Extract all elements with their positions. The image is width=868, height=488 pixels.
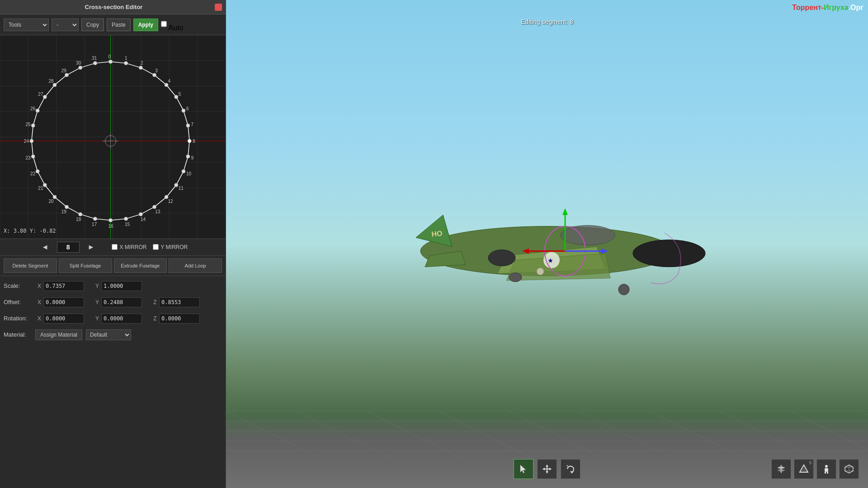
3d-viewport[interactable]: Editing segment: 8 bbox=[226, 0, 868, 488]
svg-rect-53 bbox=[825, 468, 828, 472]
svg-marker-19 bbox=[497, 247, 606, 274]
svg-point-22 bbox=[488, 250, 515, 266]
svg-text:HO: HO bbox=[431, 230, 443, 238]
coordinate-display: X: 3.80 Y: -0.82 bbox=[4, 228, 56, 234]
svg-marker-43 bbox=[570, 471, 574, 474]
extrude-fuselage-button[interactable]: Extrude Fuselage bbox=[114, 258, 167, 273]
rotation-z-input[interactable] bbox=[159, 314, 200, 324]
paste-button[interactable]: Paste bbox=[107, 19, 131, 31]
svg-marker-46 bbox=[777, 466, 781, 469]
cross-section-canvas[interactable]: X: 3.80 Y: -0.82 bbox=[0, 35, 226, 239]
rotation-x-axis: X bbox=[35, 315, 43, 322]
material-label: Material: bbox=[4, 331, 35, 338]
segment-number-input[interactable] bbox=[57, 242, 80, 253]
svg-marker-32 bbox=[601, 249, 608, 254]
apply-button[interactable]: Apply bbox=[133, 19, 158, 31]
svg-point-17 bbox=[633, 240, 705, 267]
svg-point-23 bbox=[543, 252, 560, 268]
offset-y-axis: Y bbox=[93, 299, 101, 305]
tools-dropdown[interactable]: Tools bbox=[4, 19, 49, 31]
svg-marker-49 bbox=[782, 469, 785, 472]
svg-line-11 bbox=[650, 411, 749, 461]
segment-next-button[interactable]: ► bbox=[84, 243, 99, 251]
auto-label: Auto bbox=[161, 18, 183, 32]
material-row: Material: Assign Material Default bbox=[4, 329, 222, 340]
scale-x-axis: X bbox=[35, 283, 43, 289]
window-title: Cross-section Editor bbox=[13, 4, 215, 10]
offset-y-input[interactable] bbox=[101, 297, 142, 307]
rotation-z-axis: Z bbox=[151, 315, 159, 322]
svg-marker-21 bbox=[425, 251, 466, 267]
svg-marker-36 bbox=[520, 465, 526, 473]
offset-z-axis: Z bbox=[151, 299, 159, 305]
rotation-y-input[interactable] bbox=[101, 314, 142, 324]
y-mirror-checkbox[interactable] bbox=[153, 244, 159, 250]
svg-marker-48 bbox=[777, 469, 781, 472]
svg-marker-41 bbox=[542, 468, 545, 470]
symmetry-view-button[interactable] bbox=[771, 459, 791, 479]
assign-material-button[interactable]: Assign Material bbox=[35, 329, 82, 340]
svg-line-7 bbox=[367, 411, 467, 461]
dash-dropdown[interactable]: - bbox=[52, 19, 79, 31]
svg-point-33 bbox=[509, 273, 522, 282]
cursor-icon bbox=[519, 464, 528, 474]
auto-checkbox[interactable] bbox=[161, 18, 167, 30]
x-mirror-text: X MIRROR bbox=[119, 244, 146, 250]
svg-marker-42 bbox=[549, 468, 552, 470]
x-mirror-checkbox[interactable] bbox=[112, 244, 118, 250]
angle-badge: 5 bbox=[809, 460, 811, 465]
scale-y-axis: Y bbox=[93, 283, 101, 289]
move-tool-button[interactable] bbox=[537, 459, 557, 479]
segment-prev-button[interactable]: ◄ bbox=[38, 243, 52, 251]
offset-z-input[interactable] bbox=[159, 297, 200, 307]
watermark-text-1: Торрент- bbox=[792, 4, 824, 11]
svg-rect-55 bbox=[827, 472, 828, 474]
svg-line-14 bbox=[862, 411, 868, 450]
watermark-text-3: .Орг bbox=[849, 4, 863, 11]
left-panel: Cross-section Editor Tools - Copy Paste … bbox=[0, 0, 226, 488]
delete-segment-button[interactable]: Delete Segment bbox=[4, 258, 57, 273]
svg-point-16 bbox=[561, 225, 615, 245]
action-buttons: Delete Segment Split Fuselage Extrude Fu… bbox=[0, 255, 226, 276]
crosshair-move-icon bbox=[542, 464, 552, 474]
split-fuselage-button[interactable]: Split Fuselage bbox=[59, 258, 112, 273]
copy-button[interactable]: Copy bbox=[81, 19, 104, 31]
material-dropdown[interactable]: Default bbox=[86, 329, 131, 340]
close-button[interactable] bbox=[215, 4, 222, 11]
y-mirror-label: Y MIRROR bbox=[153, 244, 188, 250]
scale-label: Scale: bbox=[4, 282, 35, 289]
rotate-tool-button[interactable] bbox=[561, 459, 580, 479]
scale-y-input[interactable] bbox=[101, 281, 142, 291]
cube-view-button[interactable] bbox=[839, 459, 859, 479]
svg-marker-47 bbox=[782, 466, 785, 469]
svg-line-6 bbox=[297, 411, 396, 461]
offset-x-axis: X bbox=[35, 299, 43, 305]
add-loop-button[interactable]: Add Loop bbox=[169, 258, 222, 273]
rotation-row: Rotation: X Y Z bbox=[4, 313, 222, 324]
rotation-y-axis: Y bbox=[93, 315, 101, 322]
y-mirror-text: Y MIRROR bbox=[160, 244, 188, 250]
person-view-button[interactable] bbox=[816, 459, 836, 479]
svg-text:★: ★ bbox=[548, 258, 553, 264]
offset-row: Offset: X Y Z bbox=[4, 297, 222, 308]
offset-x-input[interactable] bbox=[43, 297, 84, 307]
svg-point-52 bbox=[825, 465, 828, 468]
watermark-text-2: Игруха bbox=[824, 4, 849, 11]
svg-point-15 bbox=[420, 226, 674, 276]
svg-marker-28 bbox=[562, 208, 568, 215]
bottom-toolbar bbox=[514, 459, 580, 479]
properties-panel: Scale: X Y Offset: X Y Z Rotation: X Y bbox=[0, 276, 226, 488]
svg-point-34 bbox=[618, 284, 629, 295]
toolbar: Tools - Copy Paste Apply Auto bbox=[0, 14, 226, 35]
scale-x-input[interactable] bbox=[43, 281, 84, 291]
cube-icon bbox=[844, 464, 854, 474]
rotation-x-input[interactable] bbox=[43, 314, 84, 324]
symmetry-icon bbox=[776, 464, 786, 474]
svg-line-12 bbox=[720, 411, 820, 461]
title-bar: Cross-section Editor bbox=[0, 0, 226, 14]
select-tool-button[interactable] bbox=[514, 459, 533, 479]
scale-row: Scale: X Y bbox=[4, 281, 222, 291]
angle-icon bbox=[799, 464, 809, 474]
angle-view-button[interactable]: 5 bbox=[794, 459, 814, 479]
svg-marker-18 bbox=[416, 215, 452, 247]
